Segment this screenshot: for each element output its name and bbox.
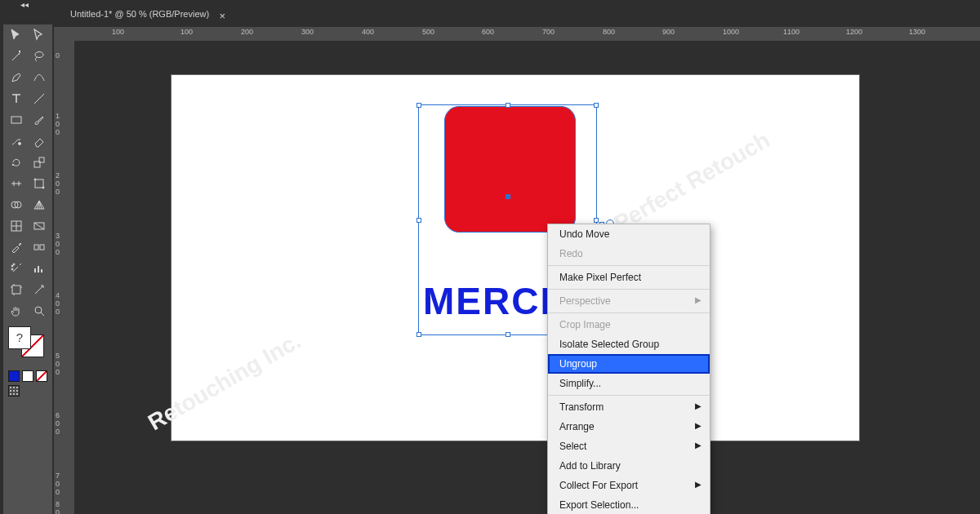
context-menu: Undo MoveRedoMake Pixel PerfectPerspecti… — [547, 224, 710, 514]
menu-item-undo-move[interactable]: Undo Move — [548, 224, 710, 244]
tools-panel: ? — [3, 24, 52, 514]
ruler-tick: 800 — [603, 28, 615, 36]
shaper-tool[interactable] — [7, 132, 26, 150]
artboard[interactable]: Perfect Retouch Retouching Inc. MERCH — [172, 75, 859, 441]
resize-handle[interactable] — [506, 103, 510, 108]
resize-handle[interactable] — [506, 332, 510, 337]
rotate-tool[interactable] — [7, 153, 26, 171]
svg-point-7 — [42, 187, 44, 188]
horizontal-ruler[interactable]: 1001002003004005006007008009001000110012… — [74, 27, 980, 41]
ruler-tick: 400 — [362, 28, 374, 36]
zoom-tool[interactable] — [29, 302, 49, 320]
menu-item-transform[interactable]: Transform▶ — [548, 397, 710, 417]
menu-item-arrange[interactable]: Arrange▶ — [548, 417, 710, 436]
swatch-gradient[interactable] — [22, 370, 33, 382]
ruler-tick: 1100 — [783, 28, 800, 36]
artboard-tool[interactable] — [7, 281, 26, 299]
free-transform-tool[interactable] — [29, 175, 49, 193]
menu-item-export-selection[interactable]: Export Selection... — [548, 495, 710, 514]
menu-item-crop-image: Crop Image — [548, 315, 710, 335]
svg-point-18 — [35, 307, 42, 313]
submenu-arrow-icon: ▶ — [695, 295, 702, 304]
ruler-tick: 700 — [56, 472, 74, 496]
close-icon[interactable]: × — [220, 7, 226, 25]
svg-rect-1 — [11, 117, 21, 123]
menu-item-ungroup[interactable]: Ungroup — [548, 354, 710, 374]
selection-center-icon — [506, 194, 510, 199]
ruler-tick: 600 — [56, 411, 74, 436]
resize-handle[interactable] — [416, 103, 421, 108]
ruler-tick: 100 — [56, 112, 74, 136]
svg-point-16 — [11, 268, 13, 270]
menu-separator — [548, 312, 710, 313]
shape-builder-tool[interactable] — [7, 196, 26, 214]
perspective-grid-tool[interactable] — [29, 196, 49, 214]
panel-collapse-icon[interactable]: ◂◂ — [0, 0, 49, 10]
svg-point-2 — [19, 143, 21, 145]
ruler-tick: 900 — [662, 28, 675, 36]
swatch-none[interactable] — [36, 370, 47, 382]
menu-item-perspective: Perspective▶ — [548, 291, 710, 311]
submenu-arrow-icon: ▶ — [695, 401, 702, 410]
hand-tool[interactable] — [7, 302, 26, 320]
ruler-tick: 300 — [301, 28, 314, 36]
menu-item-select[interactable]: Select▶ — [548, 436, 710, 456]
ruler-tick: 1200 — [846, 28, 862, 36]
submenu-arrow-icon: ▶ — [695, 480, 702, 489]
color-mode-row — [3, 369, 52, 383]
swatch-color[interactable] — [8, 370, 20, 382]
slice-tool[interactable] — [29, 281, 49, 299]
eraser-tool[interactable] — [29, 132, 49, 150]
selection-tool[interactable] — [7, 26, 26, 44]
resize-handle[interactable] — [416, 332, 421, 337]
mesh-tool[interactable] — [7, 217, 26, 235]
lasso-tool[interactable] — [29, 47, 49, 65]
draw-normal[interactable] — [8, 385, 20, 397]
resize-handle[interactable] — [594, 103, 599, 108]
eyedropper-tool[interactable] — [7, 238, 26, 256]
pen-tool[interactable] — [7, 69, 26, 86]
menu-separator — [548, 289, 710, 290]
column-graph-tool[interactable] — [29, 259, 49, 277]
ruler-tick: 400 — [56, 291, 74, 316]
menu-item-simplify[interactable]: Simplify... — [548, 374, 710, 393]
resize-handle[interactable] — [416, 218, 421, 223]
blend-tool[interactable] — [29, 238, 49, 256]
fill-stroke-indicator[interactable]: ? — [8, 326, 46, 357]
svg-point-14 — [11, 265, 13, 267]
rectangle-tool[interactable] — [7, 111, 26, 129]
svg-point-0 — [35, 52, 43, 58]
resize-handle[interactable] — [594, 218, 599, 223]
menu-item-collect-for-export[interactable]: Collect For Export▶ — [548, 476, 710, 495]
menu-item-isolate-selected-group[interactable]: Isolate Selected Group — [548, 335, 710, 354]
canvas-area[interactable]: Perfect Retouch Retouching Inc. MERCH Un… — [74, 41, 980, 514]
paintbrush-tool[interactable] — [29, 111, 49, 129]
curvature-tool[interactable] — [29, 69, 49, 86]
document-tab[interactable]: Untitled-1* @ 50 % (RGB/Preview) × — [62, 5, 232, 24]
vertical-ruler[interactable]: 0100200300400500600700800 — [54, 27, 74, 514]
magic-wand-tool[interactable] — [7, 47, 26, 65]
menu-item-make-pixel-perfect[interactable]: Make Pixel Perfect — [548, 268, 710, 287]
width-tool[interactable] — [7, 175, 26, 193]
document-tabbar: ◂◂ Untitled-1* @ 50 % (RGB/Preview) × — [0, 0, 980, 24]
scale-tool[interactable] — [29, 153, 49, 171]
watermark-text: Retouching Inc. — [144, 328, 305, 436]
svg-rect-17 — [12, 286, 20, 294]
ruler-tick: 700 — [542, 28, 555, 36]
fill-swatch[interactable]: ? — [8, 326, 31, 349]
ruler-tick: 100 — [180, 28, 193, 36]
ruler-tick: 1300 — [909, 28, 925, 36]
direct-selection-tool[interactable] — [29, 26, 49, 44]
ruler-tick: 100 — [112, 28, 124, 36]
line-segment-tool[interactable] — [29, 90, 49, 108]
menu-item-add-to-library[interactable]: Add to Library — [548, 456, 710, 476]
ruler-tick: 800 — [56, 500, 74, 514]
symbol-sprayer-tool[interactable] — [7, 259, 26, 277]
svg-rect-5 — [35, 179, 43, 188]
gradient-tool[interactable] — [29, 217, 49, 235]
draw-mode-row — [3, 383, 52, 398]
svg-point-15 — [13, 264, 15, 265]
menu-separator — [548, 265, 710, 266]
type-tool[interactable] — [7, 90, 26, 108]
ruler-tick: 1000 — [723, 28, 739, 36]
